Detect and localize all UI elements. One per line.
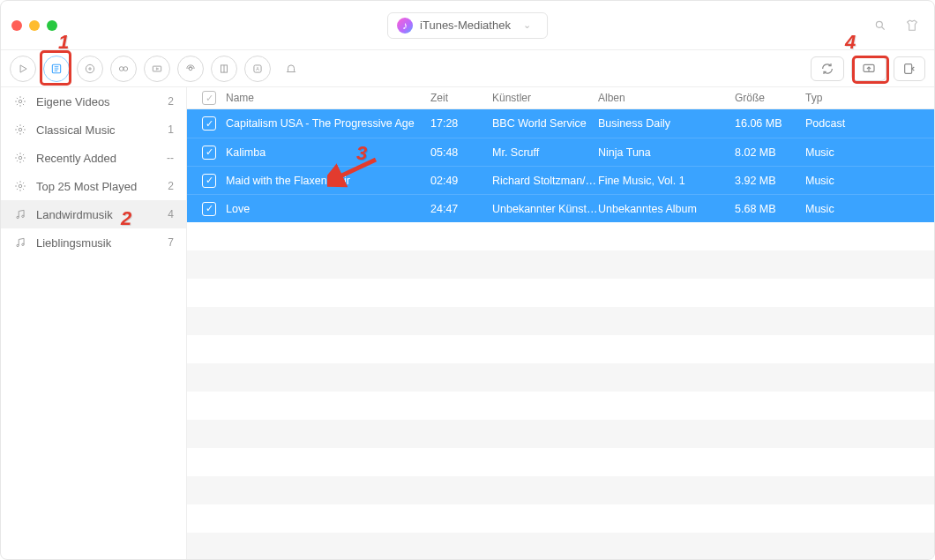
svg-text:A: A (256, 66, 259, 71)
svg-point-21 (19, 100, 22, 103)
cell-type: Music (805, 175, 934, 187)
empty-row (187, 307, 934, 335)
table-row[interactable]: ✓Capitalism USA - The Progressive Age17:… (187, 109, 934, 138)
row-checkbox[interactable]: ✓ (202, 202, 216, 216)
library-icon[interactable] (43, 56, 70, 82)
row-checkbox[interactable]: ✓ (202, 146, 216, 160)
col-type[interactable]: Typ (805, 92, 934, 104)
send-to-device-button[interactable] (851, 56, 886, 81)
refresh-button[interactable] (811, 56, 844, 81)
cell-size: 16.06 MB (735, 117, 805, 130)
shirt-button[interactable] (901, 14, 924, 37)
playlist-icon (13, 235, 27, 250)
close-window-button[interactable] (11, 20, 22, 31)
cell-time: 02:49 (430, 175, 492, 187)
col-size[interactable]: Größe (735, 92, 805, 104)
video-icon[interactable] (144, 56, 170, 82)
table-header: ✓ Name Zeit Künstler Alben Größe Typ (187, 87, 934, 109)
sidebar-item-label: Classical Music (36, 123, 159, 137)
cell-album: Ninja Tuna (598, 146, 735, 159)
cell-type: Music (805, 203, 934, 215)
sidebar-item-label: Recently Added (36, 152, 158, 165)
cell-size: 8.02 MB (735, 146, 805, 159)
svg-point-0 (876, 21, 882, 27)
library-title: iTunes-Mediathek (420, 19, 511, 32)
content-table: ✓ Name Zeit Künstler Alben Größe Typ ✓Ca… (187, 87, 934, 560)
svg-point-10 (123, 66, 128, 71)
sidebar-item-label: Top 25 Most Played (36, 180, 159, 193)
app-icon[interactable]: A (244, 56, 271, 82)
cell-album: Unbekanntes Album (598, 203, 735, 215)
row-checkbox[interactable]: ✓ (202, 174, 216, 188)
table-row[interactable]: ✓Love24:47Unbekannter KünstlerUnbekannte… (187, 194, 934, 222)
svg-point-27 (17, 244, 19, 246)
empty-row (187, 279, 934, 307)
row-checkbox[interactable]: ✓ (202, 116, 216, 131)
svg-marker-12 (156, 67, 158, 69)
col-album[interactable]: Alben (598, 92, 735, 104)
library-selector[interactable]: ♪ iTunes-Mediathek ⌄ (387, 12, 548, 39)
cell-artist: BBC World Service (492, 117, 598, 130)
titlebar: ♪ iTunes-Mediathek ⌄ (1, 1, 934, 50)
gear-icon (13, 123, 27, 137)
sidebar-item-count: 7 (168, 236, 174, 249)
sidebar-item-0[interactable]: Eigene Videos2 (1, 87, 186, 116)
svg-point-26 (22, 215, 24, 217)
svg-line-1 (882, 26, 885, 29)
svg-rect-20 (905, 63, 912, 73)
bell-icon[interactable] (278, 56, 304, 82)
sidebar-item-5[interactable]: Lieblingsmusik7 (1, 228, 186, 257)
table-row[interactable]: ✓Kalimba05:48Mr. ScruffNinja Tuna8.02 MB… (187, 138, 934, 166)
table-body: ✓Capitalism USA - The Progressive Age17:… (187, 109, 934, 560)
svg-point-23 (19, 156, 22, 160)
cell-name: Capitalism USA - The Progressive Age (222, 117, 430, 130)
gamepad-icon[interactable] (110, 56, 137, 82)
sidebar-item-label: Lieblingsmusik (36, 236, 159, 250)
play-icon[interactable] (10, 56, 36, 82)
svg-point-22 (19, 128, 22, 131)
svg-point-24 (19, 184, 22, 188)
import-button[interactable] (894, 56, 925, 81)
import-icon (902, 62, 916, 76)
col-name[interactable]: Name (222, 92, 430, 104)
sidebar-item-3[interactable]: Top 25 Most Played2 (1, 172, 186, 200)
itunes-icon: ♪ (397, 18, 413, 34)
cell-name: Maid with the Flaxen Hair (222, 175, 430, 187)
cell-time: 05:48 (430, 146, 492, 159)
gear-icon (13, 94, 27, 108)
window-controls (11, 20, 57, 31)
podcast-icon[interactable] (177, 56, 204, 82)
sidebar-item-count: -- (167, 152, 174, 164)
sidebar-item-label: Landwirdmusik (36, 208, 159, 221)
svg-point-7 (86, 64, 94, 72)
disc-icon[interactable] (77, 56, 103, 82)
playlist-icon (13, 207, 27, 221)
search-button[interactable] (869, 14, 892, 37)
svg-point-25 (17, 216, 19, 218)
sidebar: Eigene Videos2Classical Music1Recently A… (1, 87, 187, 560)
empty-row (187, 335, 934, 363)
sidebar-item-1[interactable]: Classical Music1 (1, 116, 186, 144)
sidebar-item-count: 2 (168, 95, 174, 108)
cell-artist: Unbekannter Künstler (492, 203, 598, 215)
cell-size: 5.68 MB (735, 203, 805, 215)
sidebar-item-4[interactable]: Landwirdmusik4 (1, 200, 186, 228)
cell-name: Love (222, 203, 430, 215)
audiobook-icon[interactable] (211, 56, 237, 82)
sidebar-item-label: Eigene Videos (36, 95, 159, 108)
gear-icon (13, 151, 27, 165)
zoom-window-button[interactable] (47, 20, 57, 31)
cell-name: Kalimba (222, 146, 430, 159)
minimize-window-button[interactable] (29, 20, 40, 31)
gear-icon (13, 179, 27, 193)
table-row[interactable]: ✓Maid with the Flaxen Hair02:49Richard S… (187, 166, 934, 194)
cell-artist: Richard Stoltzman/Slo... (492, 175, 598, 187)
svg-point-9 (119, 66, 123, 71)
col-artist[interactable]: Künstler (492, 92, 598, 104)
sidebar-item-2[interactable]: Recently Added-- (1, 144, 186, 172)
select-all-checkbox[interactable]: ✓ (202, 91, 216, 105)
svg-marker-2 (20, 64, 26, 71)
col-time[interactable]: Zeit (430, 92, 492, 104)
category-toolbar: A (1, 50, 934, 87)
empty-row (187, 222, 934, 250)
